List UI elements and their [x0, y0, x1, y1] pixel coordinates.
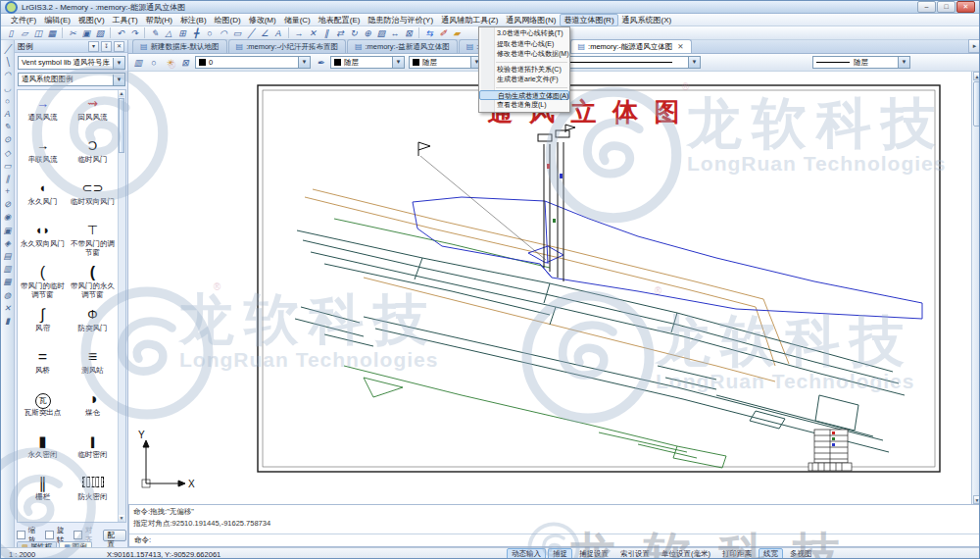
legend-item[interactable]: ▮临时密闭 [68, 432, 118, 474]
trim-icon[interactable]: ✕ [307, 27, 318, 39]
bulb-icon[interactable]: ○ [148, 57, 160, 69]
undo-icon[interactable]: ↶ [115, 27, 126, 39]
tab-yixin[interactable]: ▤ :memory:-益新通风立体图 [347, 39, 458, 53]
tab-scroll-right-button[interactable]: ▸ [968, 39, 980, 53]
zoom-checkbox[interactable] [17, 531, 25, 539]
lock-icon[interactable]: ⊠ [179, 57, 191, 69]
arrow-icon[interactable]: → [293, 27, 305, 39]
legend-item[interactable]: ⊤不带风门的调节窗 [68, 221, 118, 263]
units-settings-button[interactable]: 单位设置(毫米) [657, 548, 715, 559]
config-button[interactable]: 配置 [103, 530, 126, 541]
print-icon[interactable]: ▦ [46, 27, 58, 39]
maximize-button[interactable]: □ [937, 1, 956, 13]
draw-tool-icon[interactable]: + [2, 185, 14, 198]
snap-toggle[interactable]: 捕捉 [548, 548, 572, 559]
drawing-canvas[interactable]: 通 风 立 体 图 [128, 72, 980, 504]
draw-tool-icon[interactable]: ◇ [2, 147, 14, 160]
zoom-icon[interactable]: ⊕ [362, 27, 373, 39]
legend-item[interactable]: ◖永久风门 [18, 178, 68, 221]
menu-item-convert-centerline[interactable]: 3.0巷道中心线转换(T) [479, 28, 569, 39]
ventilation-drawing[interactable]: 通 风 立 体 图 [128, 72, 980, 504]
draw-tool-icon[interactable]: ◠ [2, 69, 14, 81]
scroll-up-icon[interactable]: ▲ [119, 90, 124, 97]
dynamic-input-toggle[interactable]: 动态输入 [507, 548, 546, 559]
canvas-vertical-scrollbar[interactable]: ▲ ▼ [971, 72, 980, 504]
hatch-icon[interactable]: ▨ [375, 27, 387, 39]
legend-item[interactable]: ▲ [18, 516, 68, 523]
tab-default-map[interactable]: ▤ 新建数据库-默认地图 [132, 39, 227, 53]
legend-item[interactable]: (带风门的永久调节窗 [68, 263, 118, 305]
erase-icon[interactable]: ⊠ [403, 27, 415, 39]
draw-tool-icon[interactable]: ╲ [2, 56, 14, 69]
minimize-button[interactable]: – [917, 1, 936, 13]
legend-item[interactable]: Φ防突风门 [68, 305, 118, 347]
chevron-down-icon[interactable]: ▼ [298, 57, 310, 68]
legend-item[interactable]: Ɔ临时风门 [68, 136, 118, 178]
legend-scrollbar[interactable]: ▲ ▼ [118, 90, 125, 522]
draw-tool-icon[interactable]: A [2, 108, 14, 121]
menu-help[interactable]: 帮助(H) [142, 14, 176, 26]
tab-close-icon[interactable]: ✕ [677, 42, 683, 51]
menu-item-modify-centerline[interactable]: 修改巷道中心线数据(M) [479, 49, 569, 60]
legend-item[interactable]: ∴ [68, 516, 118, 523]
menu-item-generate-arie[interactable]: 生成巷道arie文件(F) [479, 75, 569, 85]
index-settings-button[interactable]: 索引设置 [615, 548, 655, 559]
legend-item[interactable]: →串联风流 [18, 136, 68, 178]
panel-pin-icon[interactable]: ↧ [101, 41, 112, 52]
draw-tool-icon[interactable]: ▮ [2, 315, 14, 328]
legend-item[interactable]: ∫风帘 [18, 305, 68, 347]
draw-tool-icon[interactable]: ◉ [2, 211, 14, 224]
legend-item[interactable]: 防火密闭 [68, 474, 118, 516]
draw-tool-icon[interactable]: ▭ [2, 160, 14, 173]
draw-tool-icon[interactable]: ▥ [2, 263, 14, 276]
draw-tool-icon[interactable]: ⊘ [2, 198, 14, 211]
draw-tool-icon[interactable]: ◡ [2, 82, 14, 95]
triangle-icon[interactable]: △ [163, 27, 174, 39]
draw-tool-icon[interactable]: ∥ [2, 173, 14, 185]
legend-item[interactable]: (带风门的临时调节窗 [18, 263, 68, 305]
offset-icon[interactable]: ∥ [320, 27, 332, 39]
redo-icon[interactable]: ↷ [128, 27, 140, 39]
linetype-combo[interactable]: 随层 ▼ [409, 56, 483, 69]
snap-settings-button[interactable]: 捕捉设置 [574, 548, 613, 559]
cut-icon[interactable]: ✂ [67, 27, 78, 39]
draw-tool-icon[interactable]: ╱ [2, 43, 14, 56]
scroll-down-icon[interactable]: ▼ [119, 515, 124, 522]
symbol-library-combo[interactable]: Vent symbol lib 通风符号库 ▼ [18, 56, 125, 70]
move-icon[interactable]: ╋ [190, 27, 202, 39]
menu-vent-tools[interactable]: 通风辅助工具(Z) [437, 14, 502, 26]
menu-file[interactable]: 文件(F) [7, 14, 40, 26]
command-input[interactable]: 命令: [129, 534, 980, 546]
legend-item[interactable]: ◖◗永久双向风门 [18, 221, 68, 263]
paste-icon[interactable]: ▧ [94, 27, 106, 39]
menu-vent-network[interactable]: 通风网络图(N) [502, 14, 560, 26]
menu-edit[interactable]: 编辑(E) [40, 14, 74, 26]
new-icon[interactable]: ▯ [5, 27, 17, 39]
chevron-down-icon[interactable]: ▼ [113, 75, 124, 85]
annotate-icon[interactable]: ✐ [437, 27, 449, 39]
tab-nengyuan-active[interactable]: ▤ :memory:-能源通风立体图 ✕ [570, 39, 692, 53]
menu-tools[interactable]: 工具(T) [109, 14, 142, 26]
swap-icon[interactable]: ⇆ [423, 27, 435, 39]
menu-view[interactable]: 视图(V) [74, 14, 109, 26]
circle-icon[interactable]: ○ [204, 27, 216, 39]
draw-tool-icon[interactable]: ▦ [2, 276, 14, 288]
menu-modify[interactable]: 修改(M) [245, 14, 280, 26]
draw-tool-icon[interactable]: ◈ [2, 237, 14, 250]
menu-vent-system[interactable]: 通风系统图(X) [618, 14, 676, 26]
polyline-icon[interactable]: ∠ [259, 27, 270, 39]
tab-xiaojihan[interactable]: ▤ :memory:-小纪汗开拓布置图 [228, 39, 346, 53]
layer-combo[interactable]: 0 ▼ [195, 56, 311, 69]
draw-tool-icon[interactable]: ▤ [2, 250, 14, 263]
measure-icon[interactable]: ↔ [389, 27, 401, 39]
lineweight-combo[interactable]: 随层 ▼ [812, 56, 910, 69]
legend-item[interactable]: ≡测风站 [68, 347, 118, 389]
print-distance-button[interactable]: 打印距离 [717, 548, 757, 559]
rotate-checkbox[interactable] [45, 531, 54, 539]
draw-tool-icon[interactable]: ✎ [2, 121, 14, 133]
menu-item-extract-centerline[interactable]: 提取巷道中心线(E) [479, 39, 569, 50]
menu-draw[interactable]: 绘图(D) [211, 14, 245, 26]
legend-item[interactable]: ◑煤仓 [68, 389, 118, 432]
line-icon[interactable]: ╱ [245, 27, 257, 39]
draw-tool-icon[interactable]: ⊙ [2, 133, 14, 146]
